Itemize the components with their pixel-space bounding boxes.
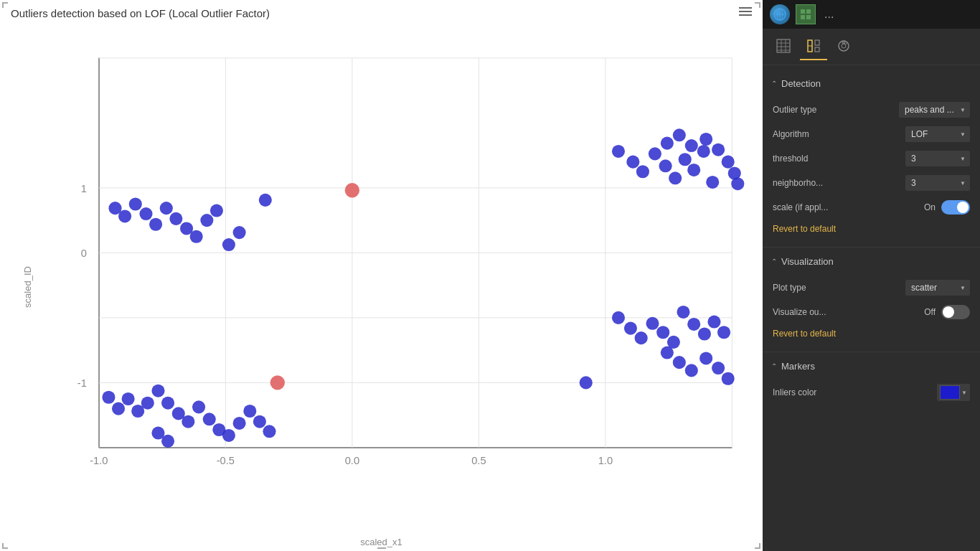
right-panel: ...	[763, 0, 980, 551]
svg-point-37	[685, 139, 698, 152]
visualization-revert[interactable]: Revert to default	[763, 324, 980, 346]
svg-point-80	[151, 385, 164, 397]
markers-body: Inliers color ▼	[763, 377, 980, 408]
svg-point-57	[699, 352, 712, 364]
scatter-plot-svg: 1 0 -1 -1.0 -0.5 0.0 0.5 1.0	[50, 30, 748, 508]
detection-body: Outlier type peaks and ... Algorithm LOF…	[763, 95, 980, 244]
plot-type-label: Plot type	[773, 283, 905, 293]
svg-point-53	[717, 326, 730, 339]
markers-label: Markers	[781, 361, 815, 372]
algorithm-select[interactable]: LOF	[905, 126, 970, 142]
tab-analytics[interactable]	[830, 33, 857, 60]
svg-point-25	[612, 145, 625, 158]
svg-point-69	[190, 230, 203, 243]
inliers-color-control[interactable]: ▼	[937, 384, 970, 401]
svg-point-30	[669, 171, 682, 184]
svg-text:-1.0: -1.0	[90, 455, 108, 466]
visualization-label: Visualization	[781, 256, 834, 267]
algorithm-control[interactable]: LOF	[905, 126, 970, 142]
svg-point-35	[661, 137, 674, 150]
outlier-type-control[interactable]: peaks and ...	[899, 102, 970, 118]
svg-rect-100	[801, 15, 805, 19]
svg-point-66	[160, 202, 173, 215]
algorithm-label: Algorithm	[773, 129, 905, 139]
svg-point-28	[649, 147, 661, 160]
inliers-color-label: Inliers color	[773, 387, 937, 397]
svg-point-89	[243, 405, 256, 418]
inliers-color-row: Inliers color ▼	[763, 380, 980, 405]
svg-point-73	[233, 226, 246, 239]
neighborhood-control[interactable]: 3	[905, 175, 970, 191]
svg-point-79	[141, 397, 154, 410]
inliers-color-swatch	[940, 385, 960, 400]
scale-toggle-container: On	[924, 200, 970, 215]
svg-point-50	[687, 318, 700, 331]
hamburger-menu[interactable]	[739, 7, 752, 16]
svg-point-45	[635, 331, 648, 344]
visual-icon[interactable]	[796, 4, 816, 24]
chart-header-icons	[739, 7, 752, 16]
svg-point-87	[222, 429, 235, 442]
neighborhood-select[interactable]: 3	[905, 175, 970, 191]
visualize-label: Visualize ou...	[773, 307, 924, 317]
scale-toggle-text: On	[924, 202, 936, 212]
svg-point-93	[161, 435, 174, 448]
svg-point-34	[706, 176, 719, 189]
scale-label: scale (if appl...	[773, 202, 924, 212]
svg-point-90	[253, 415, 266, 428]
svg-point-46	[646, 317, 659, 330]
threshold-control[interactable]: 3	[905, 151, 970, 166]
svg-point-29	[659, 159, 672, 172]
chart-body: scaled_ID scaled_x1 1 0 -1	[0, 23, 763, 551]
threshold-select[interactable]: 3	[905, 151, 970, 166]
svg-point-42	[731, 177, 744, 190]
panel-top-bar: ...	[763, 0, 980, 29]
scale-toggle[interactable]	[941, 200, 970, 215]
svg-text:1.0: 1.0	[598, 455, 613, 466]
visualize-toggle-container: Off	[924, 305, 970, 319]
visualize-toggle[interactable]	[941, 305, 970, 319]
x-axis-label: scaled_x1	[360, 537, 402, 547]
svg-point-76	[112, 402, 125, 415]
svg-point-60	[580, 376, 593, 389]
svg-point-56	[685, 364, 698, 377]
svg-point-43	[612, 311, 625, 324]
svg-point-83	[182, 415, 194, 428]
section-visualization[interactable]: ⌃ Visualization	[763, 250, 980, 273]
svg-rect-109	[815, 40, 819, 45]
plot-type-select[interactable]: scatter	[905, 280, 970, 296]
detection-label: Detection	[781, 78, 821, 89]
algorithm-row: Algorithm LOF	[763, 122, 980, 146]
svg-point-59	[722, 372, 735, 385]
panel-ellipsis[interactable]: ...	[824, 8, 834, 21]
svg-point-72	[222, 238, 235, 251]
svg-point-39	[712, 143, 725, 156]
tab-data[interactable]	[770, 33, 797, 60]
outlier-type-row: Outlier type peaks and ...	[763, 98, 980, 122]
svg-point-74	[259, 194, 272, 207]
svg-point-85	[203, 413, 216, 425]
visualization-body: Plot type scatter Visualize ou... Off Re…	[763, 273, 980, 349]
divider-2	[763, 352, 980, 352]
section-detection[interactable]: ⌃ Detection	[763, 72, 980, 95]
chart-area: Outliers detection based on LOF (Local O…	[0, 0, 763, 551]
corner-tr	[755, 2, 760, 8]
svg-text:0: 0	[81, 248, 87, 259]
section-markers[interactable]: ⌃ Markers	[763, 355, 980, 377]
svg-point-63	[129, 197, 142, 210]
svg-text:0.5: 0.5	[471, 455, 486, 466]
svg-rect-101	[806, 15, 811, 19]
svg-point-49	[677, 306, 689, 319]
visualize-toggle-text: Off	[924, 307, 936, 317]
scale-toggle-knob	[957, 202, 969, 213]
visualize-row: Visualize ou... Off	[763, 300, 980, 324]
corner-tl	[2, 2, 8, 8]
svg-point-84	[192, 400, 205, 413]
outlier-type-select[interactable]: peaks and ...	[899, 102, 970, 118]
scale-row: scale (if appl... On	[763, 195, 980, 220]
detection-revert[interactable]: Revert to default	[763, 220, 980, 241]
tab-format[interactable]	[800, 33, 827, 60]
plot-type-control[interactable]: scatter	[905, 280, 970, 296]
chevron-detection: ⌃	[771, 80, 777, 88]
svg-point-88	[233, 417, 246, 430]
